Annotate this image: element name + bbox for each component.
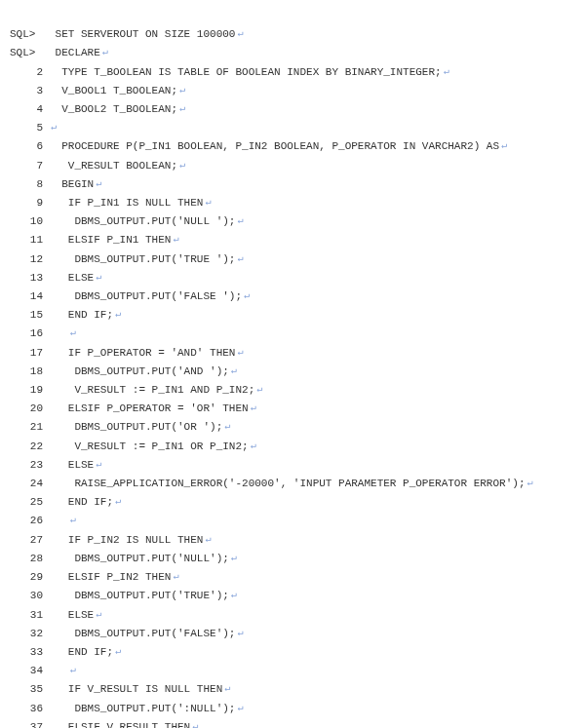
code-line: 10 DBMS_OUTPUT.PUT('NULL ');↵ [10,212,585,231]
line-break-marker-icon: ↵ [94,269,101,287]
line-break-marker-icon: ↵ [171,231,178,249]
code-text: IF P_IN1 IS NULL THEN [43,194,203,211]
code-text: ELSIF P_IN2 THEN [43,568,171,586]
line-number: 15 [10,306,43,324]
line-break-marker-icon: ↵ [171,568,178,586]
line-break-marker-icon: ↵ [229,550,237,567]
code-text: V_RESULT := P_IN1 AND P_IN2; [43,381,254,399]
code-text: DBMS_OUTPUT.PUT('TRUE'); [43,587,229,604]
line-number: 21 [10,418,43,436]
line-number: 20 [10,400,43,417]
line-break-marker-icon: ↵ [222,418,230,436]
code-line: 30 DBMS_OUTPUT.PUT('TRUE');↵ [10,587,585,605]
line-break-marker-icon: ↵ [177,157,185,174]
code-text: ELSE [43,269,94,287]
line-break-marker-icon: ↵ [94,175,101,193]
code-line: 35 IF V_RESULT IS NULL THEN↵ [10,680,585,699]
line-break-marker-icon: ↵ [113,643,121,661]
line-number: 26 [10,512,43,529]
line-break-marker-icon: ↵ [203,194,211,211]
code-text: END IF; [43,493,113,511]
line-number: 9 [10,194,43,211]
code-text: TYPE T_BOOLEAN IS TABLE OF BOOLEAN INDEX… [43,63,442,81]
code-line: 12 DBMS_OUTPUT.PUT('TRUE ');↵ [10,250,585,269]
code-line: 37 ELSIF V_RESULT THEN↵ [10,718,585,728]
code-line: 13 ELSE↵ [10,269,585,287]
line-break-marker-icon: ↵ [242,287,250,305]
line-break-marker-icon: ↵ [68,662,76,679]
code-text [43,662,68,679]
line-break-marker-icon: ↵ [94,606,101,624]
code-line: 9 IF P_IN1 IS NULL THEN↵ [10,194,585,212]
line-number: 7 [10,157,43,174]
code-line: 26 ↵ [10,512,585,530]
line-break-marker-icon: ↵ [249,400,256,417]
line-number: 30 [10,587,43,604]
line-break-marker-icon: ↵ [177,100,185,118]
code-line: 15 END IF;↵ [10,306,585,325]
code-text: DBMS_OUTPUT.PUT('AND '); [43,363,229,380]
line-number: 11 [10,231,43,249]
line-break-marker-icon: ↵ [49,119,57,136]
sql-prompt: SQL> [10,25,43,43]
code-text: ELSE [43,606,94,624]
line-number: 25 [10,493,43,511]
line-break-marker-icon: ↵ [203,531,211,549]
code-line: 7 V_RESULT BOOLEAN;↵ [10,157,585,175]
code-text [43,325,68,342]
line-break-marker-icon: ↵ [222,680,230,698]
line-break-marker-icon: ↵ [235,625,243,642]
code-text: END IF; [43,306,113,324]
code-line: 8 BEGIN↵ [10,175,585,194]
line-break-marker-icon: ↵ [235,25,243,43]
code-line: 17 IF P_OPERATOR = 'AND' THEN↵ [10,344,585,363]
line-break-marker-icon: ↵ [235,700,243,717]
code-text: DBMS_OUTPUT.PUT('TRUE '); [43,250,235,268]
line-number: 27 [10,531,43,549]
line-number: 28 [10,550,43,567]
line-break-marker-icon: ↵ [235,250,243,268]
code-line: 19 V_RESULT := P_IN1 AND P_IN2;↵ [10,381,585,400]
line-number: 29 [10,568,43,586]
code-text: V_RESULT BOOLEAN; [43,157,177,174]
line-number: 36 [10,700,43,717]
line-break-marker-icon: ↵ [68,325,76,342]
line-number: 24 [10,475,43,492]
code-text: IF P_OPERATOR = 'AND' THEN [43,344,235,362]
sql-prompt: SQL> [10,44,43,61]
code-text: V_RESULT := P_IN1 OR P_IN2; [43,438,249,455]
line-number: 34 [10,662,43,679]
line-number: 4 [10,100,43,118]
code-text [43,512,68,529]
sql-prompt-line: SQL> DECLARE↵ [10,44,585,62]
code-line: 4 V_BOOL2 T_BOOLEAN;↵ [10,100,585,119]
line-number: 31 [10,606,43,624]
line-number: 14 [10,287,43,305]
code-text: ELSIF P_IN1 THEN [43,231,171,249]
code-line: 32 DBMS_OUTPUT.PUT('FALSE');↵ [10,625,585,643]
line-number: 32 [10,625,43,642]
line-break-marker-icon: ↵ [235,212,243,230]
line-break-marker-icon: ↵ [229,363,237,380]
code-text: DBMS_OUTPUT.PUT('NULL '); [43,212,235,230]
code-line: 20 ELSIF P_OPERATOR = 'OR' THEN↵ [10,400,585,418]
code-line: 29 ELSIF P_IN2 THEN↵ [10,568,585,587]
line-break-marker-icon: ↵ [190,718,198,728]
line-number: 35 [10,680,43,698]
line-number: 5 [10,119,43,136]
code-line: 11 ELSIF P_IN1 THEN↵ [10,231,585,249]
line-number: 23 [10,456,43,474]
line-break-marker-icon: ↵ [249,438,256,455]
line-break-marker-icon: ↵ [499,137,507,155]
line-number: 19 [10,381,43,399]
code-text: DECLARE [43,44,100,61]
code-line: 28 DBMS_OUTPUT.PUT('NULL');↵ [10,550,585,568]
code-line: 23 ELSE↵ [10,456,585,475]
line-break-marker-icon: ↵ [177,82,185,99]
code-text: RAISE_APPLICATION_ERROR('-20000', 'INPUT… [43,475,525,492]
code-line: 3 V_BOOL1 T_BOOLEAN;↵ [10,82,585,100]
line-break-marker-icon: ↵ [235,344,243,362]
line-number: 18 [10,363,43,380]
code-text: SET SERVEROUT ON SIZE 100000 [43,25,235,43]
code-line: 14 DBMS_OUTPUT.PUT('FALSE ');↵ [10,287,585,306]
